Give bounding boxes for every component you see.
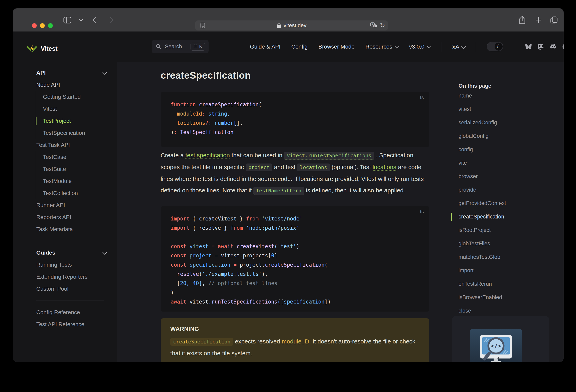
search-button[interactable]: Search ⌘ K (152, 40, 209, 53)
chevron-down-icon (427, 44, 432, 49)
sidebar-item-testmodule[interactable]: TestModule (36, 175, 117, 187)
doc-link-locations[interactable]: locations (373, 164, 396, 171)
doc-link-test-specification[interactable]: test specification (185, 152, 230, 159)
forward-button[interactable] (110, 8, 114, 31)
share-icon[interactable] (519, 8, 526, 31)
theme-toggle[interactable]: ☾ (487, 42, 503, 51)
moon-icon: ☾ (494, 43, 503, 51)
nav-divider (514, 42, 514, 52)
toc-item-vite[interactable]: vite (459, 156, 555, 170)
sidebar-item-testproject[interactable]: TestProject (36, 115, 117, 127)
sidebar-item-node-api[interactable]: Node API (13, 79, 117, 91)
page-title: createSpecification (161, 70, 429, 81)
toc-item-close[interactable]: close (459, 304, 555, 318)
sidebar-item-custom-pool[interactable]: Custom Pool (13, 283, 117, 295)
doc-link-module-id[interactable]: module ID (282, 338, 309, 345)
vitest-logo-icon (27, 44, 37, 54)
sidebar-item-runner-api[interactable]: Runner API (13, 199, 117, 211)
code-block-example[interactable]: ts import { createVitest } from 'vitest/… (161, 206, 429, 312)
toc-item-isrootproject[interactable]: isRootProject (459, 223, 555, 237)
sidebar-item-test-api-reference[interactable]: Test API Reference (13, 318, 117, 331)
toc-item-vitest[interactable]: vitest (459, 102, 555, 116)
tab-overview-icon[interactable] (550, 8, 558, 31)
sidebar-item-test-task-api[interactable]: Test Task API (13, 139, 117, 151)
toc-item-getprovidedcontext[interactable]: getProvidedContext (459, 197, 555, 210)
nav-item-config[interactable]: Config (291, 44, 308, 50)
new-tab-icon[interactable] (535, 8, 542, 31)
toc-item-import[interactable]: import (459, 264, 555, 277)
code-block-signature[interactable]: ts function createSpecification( moduleI… (161, 92, 429, 147)
code-line: const specification = project.createSpec… (171, 260, 421, 270)
sidebar-item-getting-started[interactable]: Getting Started (36, 91, 117, 103)
nav-item-v3-0-0[interactable]: v3.0.0 (409, 44, 431, 50)
sidebar-item-vitest[interactable]: Vitest (36, 103, 117, 115)
sidebar: Vitest APINode APIGetting StartedVitestT… (13, 31, 117, 362)
toc-item-ontestsrerun[interactable]: onTestsRerun (459, 277, 555, 291)
toc-item-globtestfiles[interactable]: globTestFiles (459, 237, 555, 250)
sidebar-item-config-reference[interactable]: Config Reference (13, 306, 117, 318)
github-icon[interactable] (562, 43, 564, 50)
nav-item-resources[interactable]: Resources (365, 44, 398, 50)
language-switcher[interactable]: ẍA (452, 43, 465, 50)
chevron-down-icon (395, 44, 399, 49)
sidebar-group: TestCaseTestSuiteTestModuleTestCollectio… (36, 151, 117, 199)
back-button[interactable] (92, 8, 97, 31)
bluesky-icon[interactable] (525, 43, 532, 50)
sidebar-item-api[interactable]: API (13, 67, 117, 79)
vitest-logo[interactable]: Vitest (27, 41, 58, 56)
code-line: await vitest.runTestSpecifications([spec… (171, 297, 421, 306)
browser-toolbar: vitest.dev Ax ↻ (13, 8, 564, 32)
minimize-window-button[interactable] (40, 23, 45, 28)
svg-text:x: x (374, 25, 375, 27)
code-line: [20, 40], // optional test lines (171, 279, 421, 288)
search-shortcut: ⌘ K (191, 43, 205, 51)
sidebar-item-running-tests[interactable]: Running Tests (13, 259, 117, 271)
warning-callout: WARNING createSpecification expects reso… (161, 318, 429, 362)
nav-item-guide-api[interactable]: Guide & API (250, 44, 281, 50)
toc-item-globalconfig[interactable]: globalConfig (459, 129, 555, 143)
inline-code-link-testnamepattern[interactable]: testNamePattern (253, 187, 304, 195)
sidebar-item-task-metadata[interactable]: Task Metadata (13, 223, 117, 235)
sidebar-item-testcollection[interactable]: TestCollection (36, 187, 117, 199)
code-line: const vitest = await createVitest('test'… (171, 242, 421, 251)
chevron-down-icon (102, 250, 107, 255)
toc-item-provide[interactable]: provide (459, 183, 555, 197)
discord-icon[interactable] (550, 43, 557, 50)
translate-page-icon[interactable]: Ax (371, 23, 377, 29)
sidebar-item-testcase[interactable]: TestCase (36, 151, 117, 163)
address-bar[interactable]: vitest.dev Ax ↻ (195, 21, 388, 30)
code-search-monitor-icon: </> (473, 329, 519, 362)
sponsor-illustration: </> (470, 329, 522, 362)
code-line: ): TestSpecification (171, 128, 421, 137)
sidebar-item-guides[interactable]: Guides (13, 247, 117, 259)
close-window-button[interactable] (32, 23, 37, 28)
zoom-window-button[interactable] (48, 23, 53, 28)
inline-code-link-vitest-runtestspecifications[interactable]: vitest.runTestSpecifications (284, 152, 374, 160)
inline-code-project: project (246, 163, 272, 171)
sidebar-toggle-icon[interactable] (63, 8, 71, 31)
nav-divider (476, 42, 476, 52)
sidebar-chevron-icon[interactable] (79, 8, 83, 31)
toc-item-browser[interactable]: browser (459, 170, 555, 183)
toc-item-matchestestglob[interactable]: matchesTestGlob (459, 250, 555, 264)
nav-item-browser-mode[interactable]: Browser Mode (318, 44, 355, 50)
code-line: moduleId: string, (171, 109, 421, 118)
sidebar-item-reporters-api[interactable]: Reporters API (13, 211, 117, 223)
sidebar-divider (36, 301, 104, 301)
toc-item-createspecification[interactable]: createSpecification (459, 210, 555, 223)
toc-item-config[interactable]: config (459, 143, 555, 156)
sidebar-item-extending-reporters[interactable]: Extending Reporters (13, 271, 117, 283)
reload-icon[interactable]: ↻ (380, 23, 385, 29)
doc-paragraph: Create a test specification that can be … (161, 150, 429, 196)
toc-item-isbrowserenabled[interactable]: isBrowserEnabled (459, 291, 555, 304)
sidebar-item-testspecification[interactable]: TestSpecification (36, 127, 117, 139)
sidebar-item-testsuite[interactable]: TestSuite (36, 163, 117, 175)
mastodon-icon[interactable] (538, 43, 544, 50)
toc-item-name[interactable]: name (459, 89, 555, 102)
code-line: function createSpecification( (171, 100, 421, 109)
code-line: const project = vitest.projects[0] (171, 251, 421, 260)
sponsor-card[interactable]: </> (452, 316, 549, 362)
code-line: locations?: number[], (171, 118, 421, 128)
toc-item-serializedconfig[interactable]: serializedConfig (459, 116, 555, 129)
chevron-down-icon (461, 44, 466, 49)
